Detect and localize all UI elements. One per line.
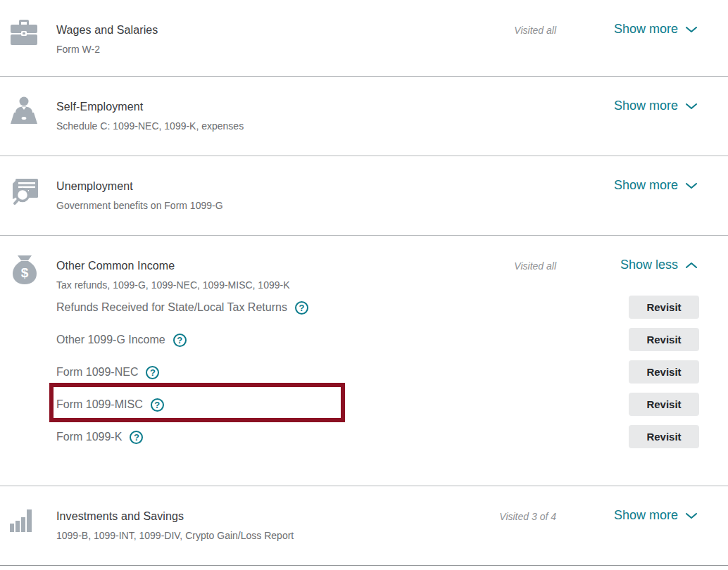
show-less-label: Show less: [620, 258, 678, 272]
help-icon[interactable]: ?: [130, 431, 143, 444]
bar-chart-icon: [0, 486, 56, 532]
show-less-link[interactable]: Show less: [620, 258, 697, 272]
visited-status: Visited 3 of 4: [499, 511, 556, 522]
person-laptop-icon: [0, 77, 56, 125]
sub-item-label: Form 1099-K: [56, 431, 122, 443]
show-more-link[interactable]: Show more: [614, 508, 697, 523]
sub-item-form-1099-nec: Form 1099-NEC ? Revisit: [56, 356, 728, 388]
money-bag-icon: $: [0, 236, 56, 286]
show-more-label: Show more: [614, 22, 678, 37]
revisit-button[interactable]: Revisit: [629, 425, 699, 448]
sub-item-form-1099-k: Form 1099-K ? Revisit: [56, 421, 728, 453]
show-more-link[interactable]: Show more: [614, 22, 697, 37]
revisit-button[interactable]: Revisit: [629, 393, 699, 416]
sub-item-refunds-state-local: Refunds Received for State/Local Tax Ret…: [56, 291, 728, 324]
briefcase-icon: [0, 0, 56, 47]
revisit-button[interactable]: Revisit: [629, 360, 699, 384]
chevron-up-icon: [686, 262, 697, 269]
revisit-button[interactable]: Revisit: [629, 296, 699, 319]
visited-status: Visited all: [514, 25, 556, 36]
revisit-button[interactable]: Revisit: [629, 328, 699, 351]
section-subtitle: Tax refunds, 1099-G, 1099-NEC, 1099-MISC…: [56, 279, 728, 291]
income-row-unemployment: Unemployment Government benefits on Form…: [0, 156, 728, 236]
sub-item-label: Form 1099-MISC: [56, 398, 143, 411]
sub-item-form-1099-misc: Form 1099-MISC ? Revisit: [56, 388, 728, 421]
section-subtitle: Government benefits on Form 1099-G: [56, 200, 728, 211]
chevron-down-icon: [686, 182, 697, 189]
income-row-wages: Wages and Salaries Form W-2 Visited all …: [0, 0, 728, 77]
chevron-down-icon: [686, 26, 697, 33]
help-icon[interactable]: ?: [295, 301, 308, 315]
help-icon[interactable]: ?: [146, 366, 159, 379]
show-more-label: Show more: [614, 99, 678, 113]
sub-item-label: Other 1099-G Income: [56, 334, 165, 346]
income-row-investments: Investments and Savings 1099-B, 1099-INT…: [0, 486, 728, 566]
visited-status: Visited all: [514, 260, 556, 272]
show-more-label: Show more: [614, 178, 678, 193]
section-subtitle: Form W-2: [56, 44, 728, 55]
show-more-link[interactable]: Show more: [614, 178, 697, 193]
income-row-other-common-income: $ Other Common Income Tax refunds, 1099-…: [0, 236, 728, 486]
other-income-sub-list: Refunds Received for State/Local Tax Ret…: [56, 291, 728, 453]
svg-text:$: $: [21, 265, 29, 280]
help-icon[interactable]: ?: [173, 334, 187, 347]
chevron-down-icon: [686, 103, 697, 110]
news-magnifier-icon: [0, 156, 56, 208]
income-row-self-employment: Self-Employment Schedule C: 1099-NEC, 10…: [0, 77, 728, 156]
show-more-link[interactable]: Show more: [614, 99, 697, 113]
sub-item-other-1099-g: Other 1099-G Income ? Revisit: [56, 324, 728, 356]
chevron-down-icon: [686, 512, 697, 519]
sub-item-label: Form 1099-NEC: [56, 366, 138, 379]
help-icon[interactable]: ?: [151, 398, 164, 412]
show-more-label: Show more: [614, 508, 678, 523]
section-subtitle: 1099-B, 1099-INT, 1099-DIV, Crypto Gain/…: [56, 530, 728, 541]
sub-item-label: Refunds Received for State/Local Tax Ret…: [56, 301, 287, 314]
section-subtitle: Schedule C: 1099-NEC, 1099-K, expenses: [56, 120, 728, 132]
